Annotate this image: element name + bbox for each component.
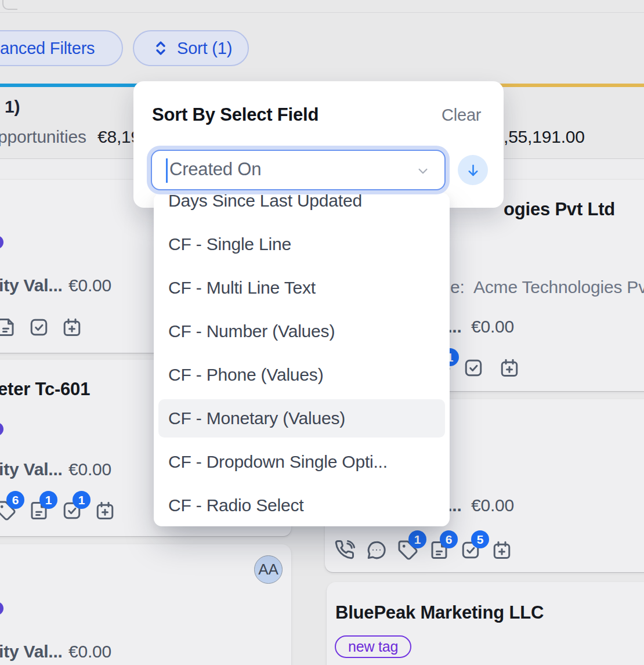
calendar-plus-icon[interactable]: [491, 540, 512, 561]
checkbox-icon[interactable]: 1: [61, 500, 82, 521]
opportunity-value-label: ity Val...: [0, 642, 63, 662]
dropdown-option[interactable]: CF - Phone (Values): [158, 356, 445, 394]
opportunity-value-amount: €0.00: [68, 642, 111, 662]
sort-direction-button[interactable]: [458, 155, 488, 185]
dropdown-option[interactable]: CF - Single Line: [158, 225, 445, 263]
dropdown-option-active[interactable]: CF - Monetary (Values): [158, 399, 445, 438]
opportunity-card[interactable]: AA ity Val... €0.00: [0, 544, 291, 665]
tag-count-badge: 6: [6, 491, 24, 509]
right-column-total: ,55,191.00: [504, 127, 585, 147]
tag-icon[interactable]: 1: [397, 540, 418, 561]
tag-icon[interactable]: 6: [0, 500, 16, 521]
opportunity-value-amount: €0.00: [68, 276, 111, 295]
tag-pill-truncated: [0, 422, 3, 436]
cut-off-searchbox-corner: [2, 0, 17, 10]
crm-kanban-screen: anced Filters Sort (1) 1) pportunities €…: [0, 0, 644, 665]
phone-icon[interactable]: [335, 540, 356, 561]
chevron-down-icon: [414, 165, 432, 180]
note-count-badge: 6: [440, 530, 458, 548]
dropdown-option[interactable]: CF - Multi Line Text: [158, 269, 445, 307]
opportunity-card[interactable]: BluePeak Marketing LLC new tag: [327, 582, 644, 665]
tag-count-badge: 1: [408, 530, 426, 548]
avatar[interactable]: AA: [254, 555, 283, 584]
new-tag-label: new tag: [348, 638, 398, 655]
new-tag-pill[interactable]: new tag: [335, 635, 411, 658]
sort-button-label: Sort (1): [177, 39, 232, 58]
opportunity-value-amount: €0.00: [68, 460, 111, 479]
checkbox-icon[interactable]: [463, 357, 484, 378]
opportunity-title: eter Tc-601: [0, 379, 90, 400]
calendar-plus-icon[interactable]: [499, 357, 520, 378]
dropdown-option[interactable]: CF - Number (Values): [158, 312, 445, 350]
dropdown-option[interactable]: CF - Radio Select: [158, 486, 445, 525]
text-cursor: [166, 158, 168, 183]
sort-field-select[interactable]: Created On: [151, 150, 446, 190]
task-count-badge: 1: [73, 491, 91, 509]
account-field-label: e:: [450, 277, 465, 297]
note-icon[interactable]: 6: [429, 540, 450, 561]
sort-field-select-value: Created On: [169, 159, 261, 180]
account-field-value: Acme Technologies Pv: [473, 277, 644, 297]
sort-button[interactable]: Sort (1): [133, 30, 249, 66]
sort-field-dropdown: Days Since Last Updated CF - Single Line…: [154, 193, 450, 526]
checkbox-icon[interactable]: [28, 317, 49, 338]
opportunity-title: BluePeak Marketing LLC: [335, 602, 544, 623]
note-icon[interactable]: 1: [28, 500, 49, 521]
tag-pill-truncated: [0, 602, 3, 615]
advanced-filters-label: anced Filters: [0, 39, 95, 58]
left-column-subtitle: pportunities: [0, 127, 86, 147]
advanced-filters-button[interactable]: anced Filters: [0, 30, 123, 66]
opportunity-value-amount: €0.00: [471, 496, 514, 515]
task-count-badge: 5: [471, 530, 489, 548]
opportunity-value-amount: €0.00: [471, 317, 514, 337]
sort-popover-title: Sort By Select Field: [152, 104, 319, 125]
checkbox-icon[interactable]: 5: [460, 540, 481, 561]
calendar-plus-icon[interactable]: [95, 500, 115, 521]
opportunity-title: ogies Pvt Ltd: [504, 199, 615, 220]
sort-chevrons-icon: [151, 39, 170, 57]
opportunity-value-label: ity Val...: [0, 276, 63, 295]
opportunity-value-label: ity Val...: [0, 460, 63, 479]
note-icon[interactable]: [0, 317, 16, 338]
dropdown-option[interactable]: CF - Dropdown Single Opti...: [158, 443, 445, 481]
tag-pill-truncated: [0, 236, 3, 249]
dropdown-option[interactable]: Days Since Last Updated: [158, 193, 445, 220]
clear-button[interactable]: Clear: [442, 106, 481, 125]
arrow-down-icon: [465, 162, 481, 178]
calendar-plus-icon[interactable]: [61, 317, 82, 338]
toolbar-divider: [0, 12, 644, 13]
chat-icon[interactable]: [366, 540, 387, 561]
left-column-count: 1): [5, 97, 20, 117]
note-count-badge: 1: [39, 491, 57, 509]
